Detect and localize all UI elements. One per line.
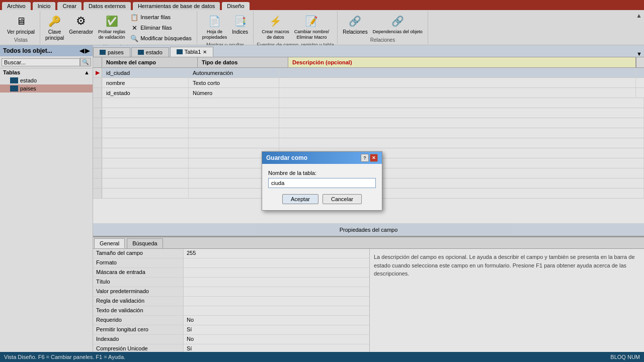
dialog-close-btn[interactable]: ✕ [370,154,378,162]
dialog-cancel-button[interactable]: Cancelar [323,194,362,204]
dialog-input-label: Nombre de la tabla: [268,170,376,176]
dialog-ok-button[interactable]: Aceptar [282,194,318,204]
dialog-help-btn[interactable]: ? [361,154,369,162]
dialog-title-buttons: ? ✕ [361,154,378,162]
dialog-title-text: Guardar como [266,154,307,161]
guardar-como-dialog: Guardar como ? ✕ Nombre de la tabla: Ace… [262,151,382,211]
dialog-title-bar: Guardar como ? ✕ [262,152,382,164]
table-name-input[interactable] [268,178,376,188]
dialog-overlay: Guardar como ? ✕ Nombre de la tabla: Ace… [0,0,644,362]
dialog-body: Nombre de la tabla: Aceptar Cancelar [262,164,382,210]
dialog-buttons: Aceptar Cancelar [268,194,376,204]
